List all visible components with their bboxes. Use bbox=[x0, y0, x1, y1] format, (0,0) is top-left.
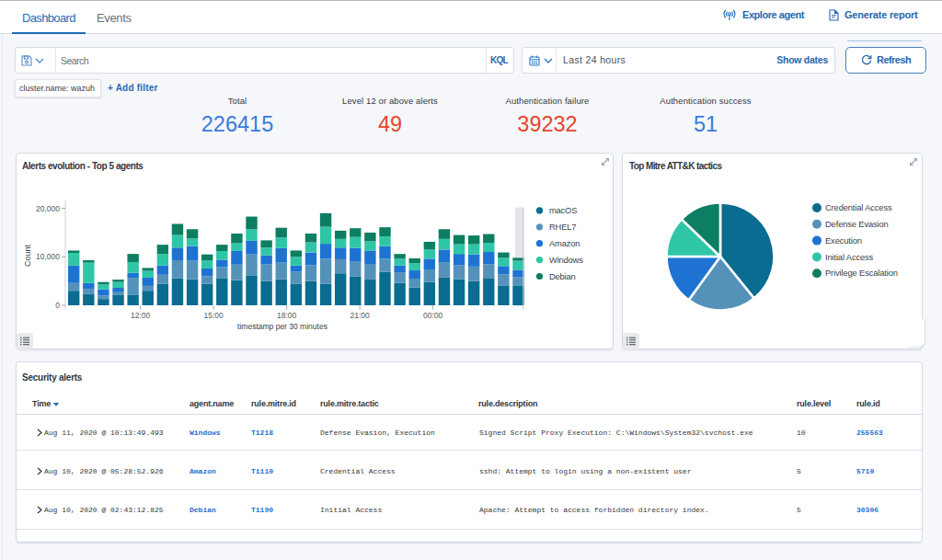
svg-text:20,000: 20,000 bbox=[36, 204, 60, 213]
svg-text:RHEL7: RHEL7 bbox=[549, 222, 576, 232]
svg-text:Credential Access: Credential Access bbox=[825, 202, 892, 212]
svg-text:18:00: 18:00 bbox=[277, 311, 297, 320]
svg-text:timestamp per 30 minutes: timestamp per 30 minutes bbox=[237, 322, 327, 331]
svg-text:Initial Access: Initial Access bbox=[825, 252, 874, 262]
svg-text:Privilege Escalation: Privilege Escalation bbox=[825, 268, 898, 278]
svg-text:macOS: macOS bbox=[549, 205, 577, 215]
svg-text:10,000: 10,000 bbox=[36, 252, 60, 261]
svg-text:0: 0 bbox=[55, 301, 60, 310]
svg-text:Debian: Debian bbox=[549, 271, 576, 281]
svg-text:Count: Count bbox=[23, 245, 32, 268]
svg-text:00:00: 00:00 bbox=[423, 311, 443, 320]
svg-text:12:00: 12:00 bbox=[131, 311, 151, 320]
svg-text:Defense Evasion: Defense Evasion bbox=[825, 219, 889, 229]
svg-text:15:00: 15:00 bbox=[203, 311, 224, 320]
svg-text:21:00: 21:00 bbox=[350, 311, 370, 320]
svg-text:Execution: Execution bbox=[825, 235, 862, 246]
svg-text:Windows: Windows bbox=[549, 255, 583, 265]
svg-text:Amazon: Amazon bbox=[549, 238, 580, 248]
